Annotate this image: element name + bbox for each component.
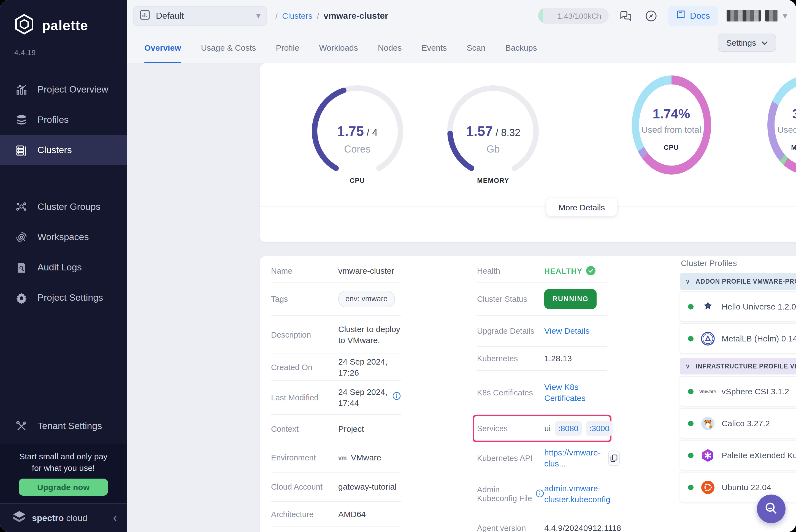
gauge-label: CPU bbox=[302, 176, 412, 184]
network-icon bbox=[15, 200, 28, 213]
compass-icon[interactable] bbox=[643, 7, 659, 24]
row-value: https://vmware-clus... bbox=[544, 447, 620, 469]
cluster-tabs: OverviewUsage & CostsProfileWorkloadsNod… bbox=[127, 32, 796, 63]
breadcrumb-clusters-link[interactable]: Clusters bbox=[282, 11, 312, 20]
sidebar-item-label: Profiles bbox=[37, 114, 69, 125]
sidebar-item-tenant-settings[interactable]: Tenant Settings bbox=[0, 411, 127, 441]
hello-universe-icon bbox=[700, 299, 715, 314]
tab-workloads[interactable]: Workloads bbox=[319, 32, 358, 63]
left-row-environment: EnvironmentvmVMware bbox=[271, 443, 401, 473]
value-text: VMware bbox=[351, 452, 381, 463]
kubeconfig-link[interactable]: admin.vmware-cluster.kubeconfig bbox=[544, 483, 610, 505]
topbar-right: 1.43/100kCh bbox=[538, 6, 796, 25]
kubernetes-api-link[interactable]: https://vmware-clus... bbox=[544, 447, 604, 469]
upgrade-now-button[interactable]: Upgrade now bbox=[19, 479, 108, 496]
more-details-button[interactable]: More Details bbox=[547, 198, 617, 216]
donut-label: CPU bbox=[616, 144, 726, 151]
project-chart-icon bbox=[139, 9, 150, 22]
profile-group-header[interactable]: ∨ADDON PROFILE VMWARE-PROFILEPROJ bbox=[680, 273, 796, 290]
cluster-profiles-panel: Cluster Profiles ∨ADDON PROFILE VMWARE-P… bbox=[680, 257, 796, 502]
tab-profile[interactable]: Profile bbox=[276, 32, 299, 63]
copy-icon[interactable] bbox=[608, 450, 620, 466]
middle-row-kubernetes-api: Kubernetes APIhttps://vmware-clus... bbox=[477, 442, 607, 474]
collapse-sidebar-icon[interactable]: ‹ bbox=[113, 512, 117, 524]
row-value: HEALTHY bbox=[544, 265, 607, 276]
left-row-created-on: Created On24 Sep 2024, 17:26 bbox=[271, 354, 401, 381]
usage-donuts: 1.74%Used from totalCPU3.2%Used from tot… bbox=[590, 63, 796, 207]
donut-percent: 1.74% bbox=[616, 106, 726, 121]
profile-pack-calico-3-27-2[interactable]: Calico 3.27.2› bbox=[680, 408, 796, 438]
row-value: Cluster to deploy to VMware. bbox=[338, 324, 401, 346]
link-view-details[interactable]: View Details bbox=[544, 325, 590, 337]
value-text: Cluster to deploy to VMware. bbox=[338, 324, 401, 346]
profile-group: ∨INFRASTRUCTURE PROFILE VMWARE-PROFILEPR… bbox=[680, 358, 796, 502]
gauge-unit: Cores bbox=[302, 144, 412, 155]
tab-overview[interactable]: Overview bbox=[144, 32, 181, 63]
settings-button[interactable]: Settings bbox=[718, 34, 776, 52]
tools-icon bbox=[15, 419, 28, 433]
link-view-k8s-certificates[interactable]: View K8s Certificates bbox=[544, 381, 607, 403]
sidebar-item-workspaces[interactable]: Workspaces bbox=[0, 222, 127, 252]
chat-icon[interactable] bbox=[617, 7, 634, 24]
row-label: Environment bbox=[271, 453, 338, 462]
sidebar-item-profiles[interactable]: Profiles bbox=[0, 104, 127, 135]
sidebar: palette 4.4.19 Project OverviewProfilesC… bbox=[0, 0, 127, 532]
profile-group: ∨ADDON PROFILE VMWARE-PROFILEPROJHello U… bbox=[680, 273, 796, 354]
gauge-label: MEMORY bbox=[438, 176, 548, 184]
divider bbox=[260, 207, 796, 207]
tag-chip: env: vmware bbox=[338, 290, 395, 307]
info-icon[interactable] bbox=[535, 489, 544, 499]
tab-usage-costs[interactable]: Usage & Costs bbox=[201, 32, 256, 63]
gauge-value: 1.75 / 4Cores bbox=[302, 123, 412, 155]
row-label: Architecture bbox=[271, 510, 338, 518]
app-window: palette 4.4.19 Project OverviewProfilesC… bbox=[0, 0, 796, 532]
status-dot bbox=[688, 420, 694, 426]
gear-icon bbox=[15, 291, 28, 304]
docs-button[interactable]: Docs bbox=[668, 6, 718, 25]
user-menu[interactable]: ▾ bbox=[726, 10, 787, 21]
value-text: vmware-cluster bbox=[338, 265, 394, 276]
info-icon[interactable] bbox=[392, 392, 401, 403]
row-value: 1.28.13 bbox=[544, 353, 607, 364]
row-label: Created On bbox=[271, 363, 338, 372]
gauge-unit: Gb bbox=[438, 144, 548, 155]
row-label: Health bbox=[477, 266, 544, 275]
service-port-link[interactable]: :3000 bbox=[586, 421, 613, 436]
middle-row-services: Servicesui:8080:3000 bbox=[473, 415, 611, 442]
row-value: vmVMware bbox=[338, 452, 401, 463]
sidebar-item-label: Tenant Settings bbox=[37, 420, 102, 432]
middle-row-health: HealthHEALTHY bbox=[477, 260, 607, 283]
sidebar-item-project-overview[interactable]: Project Overview bbox=[0, 74, 127, 104]
project-selector[interactable]: Default ▾ bbox=[133, 6, 267, 25]
tab-events[interactable]: Events bbox=[422, 32, 447, 63]
sidebar-item-audit-logs[interactable]: Audit Logs bbox=[0, 252, 127, 283]
value-text: 4.4.9/20240912.1118 bbox=[544, 522, 621, 532]
sidebar-item-clusters[interactable]: Clusters bbox=[0, 135, 127, 165]
row-label: Kubernetes API bbox=[477, 454, 544, 462]
profile-pack-hello-universe-1-2-0[interactable]: Hello Universe 1.2.0› bbox=[680, 291, 796, 322]
divider bbox=[582, 63, 582, 187]
donut-memory: 3.2%Used from totalMEMORY bbox=[752, 76, 796, 194]
service-port-link[interactable]: :8080 bbox=[555, 421, 582, 436]
middle-row-k8s-certificates: K8s CertificatesView K8s Certificates bbox=[477, 370, 607, 415]
left-row-last-modified: Last Modified24 Sep 2024, 17:44 bbox=[271, 381, 401, 415]
search-fab-button[interactable] bbox=[757, 495, 785, 523]
tab-backups[interactable]: Backups bbox=[506, 32, 537, 63]
profile-group-header[interactable]: ∨INFRASTRUCTURE PROFILE VMWARE-PROFILEPR… bbox=[680, 358, 796, 375]
donut-center: 3.2%Used from totalMEMORY bbox=[752, 106, 796, 151]
usage-quota-value: 1.43/100kCh bbox=[557, 11, 601, 20]
sidebar-item-project-settings[interactable]: Project Settings bbox=[0, 283, 127, 313]
vmware-icon: vmware bbox=[700, 384, 715, 399]
profile-pack-palette-extended-kubernetes-1-28-13[interactable]: Palette eXtended Kubernetes 1.28.13› bbox=[680, 440, 796, 470]
tab-scan[interactable]: Scan bbox=[467, 32, 485, 63]
stack-icon bbox=[15, 113, 28, 127]
row-label: Name bbox=[271, 266, 338, 275]
profile-pack-vsphere-csi-3-1-2[interactable]: vmwarevSphere CSI 3.1.2› bbox=[680, 376, 796, 406]
usage-quota-pill: 1.43/100kCh bbox=[538, 8, 608, 24]
profile-pack-metallb-helm-0-14-8[interactable]: MetalLB (Helm) 0.14.8› bbox=[680, 323, 796, 354]
cluster-profiles-title: Cluster Profiles bbox=[681, 258, 796, 268]
tab-nodes[interactable]: Nodes bbox=[378, 32, 402, 63]
middle-row-admin-kubeconfig-file: Admin Kubeconfig Fileadmin.vmware-cluste… bbox=[477, 474, 607, 514]
sidebar-item-cluster-groups[interactable]: Cluster Groups bbox=[0, 192, 127, 222]
palette-logo-icon bbox=[13, 13, 35, 37]
